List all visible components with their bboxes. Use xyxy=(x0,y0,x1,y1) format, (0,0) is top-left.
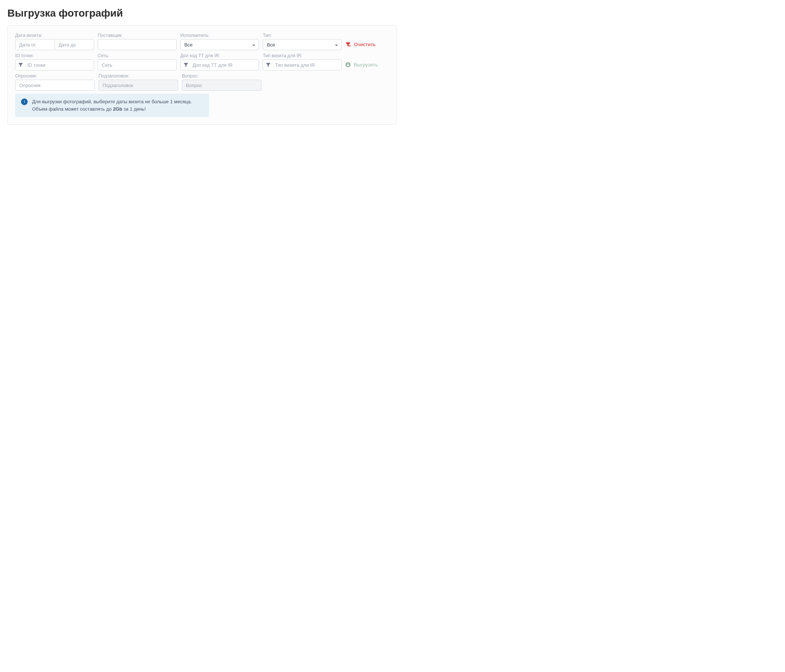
label-type: Тип: xyxy=(263,33,342,38)
page-title: Выгрузка фотографий xyxy=(7,7,778,19)
type-value: Все xyxy=(267,42,275,48)
field-action-export: Выгрузить xyxy=(345,59,389,70)
label-executor: Исполнитель: xyxy=(180,33,259,38)
filter-icon xyxy=(183,63,189,67)
subtitle-input xyxy=(99,80,178,91)
question-input xyxy=(182,80,261,91)
executor-value: Все xyxy=(185,42,192,48)
info-line2-prefix: Объем файла может составлять до xyxy=(32,106,113,112)
field-question: Вопрос: xyxy=(182,73,261,91)
date-to-input[interactable] xyxy=(55,39,94,50)
field-ir-code: Доп код ТТ для IR: xyxy=(180,53,259,70)
label-point-id: ID точки: xyxy=(15,53,94,58)
field-questionnaire: Опросник: xyxy=(15,73,95,91)
filter-icon xyxy=(18,63,23,67)
filter-row-2: ID точки: Сеть: Доп код ТТ для IR: Тип xyxy=(15,53,389,70)
field-network: Сеть: xyxy=(98,53,177,70)
svg-point-1 xyxy=(24,101,25,102)
questionnaire-input[interactable] xyxy=(15,80,95,91)
point-id-input[interactable] xyxy=(15,59,94,70)
info-box: Для выгрузки фотографий, выберите даты в… xyxy=(15,94,209,117)
supplier-input[interactable] xyxy=(98,39,177,50)
field-visit-date: Дата визита: xyxy=(15,33,94,50)
filter-clear-icon xyxy=(345,42,351,47)
executor-select[interactable]: Все xyxy=(180,39,259,50)
field-executor: Исполнитель: Все xyxy=(180,33,259,50)
info-line1: Для выгрузки фотографий, выберите даты в… xyxy=(32,99,192,105)
label-question: Вопрос: xyxy=(182,73,261,78)
filter-row-1: Дата визита: Поставщик: Исполнитель: Все… xyxy=(15,33,389,50)
field-supplier: Поставщик: xyxy=(98,33,177,50)
filter-row-3: Опросник: Подзаголовок: Вопрос: xyxy=(15,73,389,91)
ir-visit-type-input[interactable] xyxy=(263,59,342,70)
info-icon xyxy=(21,98,28,105)
label-questionnaire: Опросник: xyxy=(15,73,95,78)
export-button-label: Выгрузить xyxy=(354,62,378,67)
filter-icon xyxy=(266,63,271,67)
field-action-clear: Очистить xyxy=(345,39,389,50)
ir-code-input[interactable] xyxy=(180,59,259,70)
info-size: 2Gb xyxy=(113,106,122,112)
date-range xyxy=(15,39,94,50)
label-subtitle: Подзаголовок: xyxy=(99,73,178,78)
label-visit-date: Дата визита: xyxy=(15,33,94,38)
network-input[interactable] xyxy=(98,59,177,70)
type-select[interactable]: Все xyxy=(263,39,342,50)
download-icon xyxy=(345,62,351,67)
export-button[interactable]: Выгрузить xyxy=(345,59,389,70)
label-ir-code: Доп код ТТ для IR: xyxy=(180,53,259,58)
field-subtitle: Подзаголовок: xyxy=(99,73,178,91)
caret-down-icon xyxy=(335,43,338,47)
label-supplier: Поставщик: xyxy=(98,33,177,38)
clear-button[interactable]: Очистить xyxy=(345,39,389,50)
label-network: Сеть: xyxy=(98,53,177,58)
filter-panel: Дата визита: Поставщик: Исполнитель: Все… xyxy=(7,25,397,125)
field-type: Тип: Все xyxy=(263,33,342,50)
field-point-id: ID точки: xyxy=(15,53,94,70)
svg-rect-2 xyxy=(24,102,25,103)
field-ir-visit-type: Тип визита для IR: xyxy=(263,53,342,70)
caret-down-icon xyxy=(252,43,256,47)
date-from-input[interactable] xyxy=(15,39,55,50)
label-ir-visit-type: Тип визита для IR: xyxy=(263,53,342,58)
info-text: Для выгрузки фотографий, выберите даты в… xyxy=(32,98,192,113)
info-line2-suffix: за 1 день! xyxy=(122,106,146,112)
clear-button-label: Очистить xyxy=(354,42,375,47)
